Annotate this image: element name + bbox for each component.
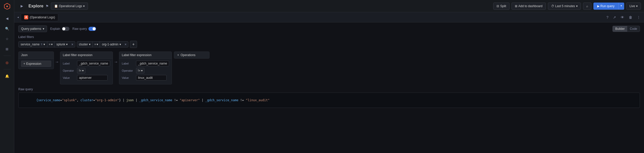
- time-range-selector[interactable]: ⏱ Last 5 minutes ▾: [548, 3, 581, 10]
- query-area: Query patterns ▾ Explain Raw query Build…: [14, 22, 644, 153]
- raw-query-toggle-group: Raw query: [72, 27, 96, 31]
- sidebar-item-search[interactable]: 🔍: [3, 24, 12, 33]
- query-patterns-chevron-icon: ▾: [43, 27, 44, 31]
- lfe1-label-row: Label _gdch_service_name: [63, 61, 110, 66]
- split-button[interactable]: ⊟ Split: [493, 3, 509, 10]
- search-icon: 🔍: [5, 27, 9, 31]
- code-button[interactable]: Code: [627, 26, 640, 32]
- split-label: Split: [500, 4, 506, 8]
- filter-chip-cluster: cluster ▾ = ▾ org-1-admin ▾ ×: [77, 41, 128, 47]
- pipeline-arrow-1: →: [54, 60, 60, 64]
- more-icon-btn[interactable]: ⋮: [635, 14, 642, 20]
- filter-close-service[interactable]: ×: [70, 42, 75, 47]
- tab-operational-logs[interactable]: A (Operational Logs): [21, 14, 58, 21]
- sidebar-item-alert[interactable]: 🔔: [3, 71, 12, 81]
- share-icon-btn[interactable]: ↗: [611, 14, 618, 20]
- add-filter-button[interactable]: +: [130, 41, 137, 48]
- op-chevron-icon: ▾: [51, 43, 53, 46]
- lfe1-op-select[interactable]: != ▾: [77, 68, 85, 73]
- lfe1-op-chevron-icon: ▾: [82, 69, 84, 72]
- trash-icon-btn[interactable]: 🗑: [627, 14, 634, 20]
- lfe2-op-txt: Operator: [122, 69, 134, 72]
- lfe2-op-select[interactable]: != ▾: [136, 68, 144, 73]
- filter-chip-op-cluster[interactable]: = ▾: [93, 42, 100, 47]
- lfe2-op-chevron-icon: ▾: [141, 69, 143, 72]
- lfe2-label-txt: Label: [122, 62, 134, 65]
- add-to-dashboard-button[interactable]: ⊞ Add to dashboard: [512, 3, 546, 10]
- run-query-dropdown[interactable]: ▾: [618, 3, 624, 10]
- lfe2-op-row: Operator != ▾: [122, 68, 169, 73]
- filter-chip-val-cluster[interactable]: org-1-admin ▾: [100, 42, 123, 47]
- explore-icon: ◎: [6, 61, 8, 65]
- raw-query-toggle[interactable]: [88, 27, 96, 31]
- lfe1-val-txt: Value: [63, 76, 76, 79]
- run-query-button[interactable]: ▶ Run query: [593, 3, 618, 10]
- lfe1-label-input[interactable]: _gdch_service_name: [77, 61, 110, 66]
- live-button[interactable]: Live ▾: [626, 3, 641, 10]
- operations-block: + Operations: [174, 52, 209, 59]
- page-title: Explore: [28, 4, 43, 8]
- lfe2-val-row: Value linux_audit: [122, 75, 169, 81]
- sidebar-item-apps[interactable]: ⊞: [3, 44, 12, 54]
- label-filters-title: Label filters: [18, 35, 640, 39]
- lfe-block-2-header: Label filter expression: [119, 52, 172, 59]
- zoom-button[interactable]: ⌕: [583, 3, 591, 10]
- expression-button[interactable]: + Expression: [21, 61, 51, 67]
- run-icon: ▶: [597, 4, 600, 8]
- label-filters-section: Label filters service_name ⠿ ▾ = ▾ splun…: [18, 35, 640, 48]
- expand-icon: ◀: [6, 17, 8, 20]
- sidebar-divider: [4, 56, 11, 56]
- explain-toggle[interactable]: [62, 27, 69, 31]
- filter-chip-op-service[interactable]: = ▾: [47, 42, 54, 47]
- builder-button[interactable]: Builder: [613, 26, 627, 32]
- lfe1-op-row: Operator != ▾: [63, 68, 110, 73]
- lfe-block-2-body: Label _gdch_service_name Operator != ▾ V…: [119, 59, 172, 84]
- topbar-expand-btn[interactable]: ▶: [17, 2, 26, 11]
- tab-arrow-left[interactable]: ◂: [16, 15, 20, 20]
- label-filters-row: service_name ⠿ ▾ = ▾ splunk ▾ ×: [18, 41, 640, 48]
- sidebar-item-expand[interactable]: ◀: [3, 14, 12, 23]
- datasource-label: Operational Logs: [59, 4, 82, 8]
- filter-chip-name-cluster[interactable]: cluster ▾: [77, 42, 93, 47]
- lfe1-val-input[interactable]: apiserver: [77, 75, 108, 81]
- filter-close-cluster[interactable]: ×: [123, 42, 128, 47]
- query-patterns-button[interactable]: Query patterns ▾: [18, 26, 47, 32]
- alert-icon: 🔔: [5, 74, 9, 78]
- sidebar-item-star[interactable]: ☆: [3, 34, 12, 43]
- lfe2-val-txt: Value: [122, 76, 134, 79]
- raw-query-section-label: Raw query: [18, 87, 640, 91]
- query-patterns-label: Query patterns: [21, 27, 41, 31]
- raw-query-label: Raw query: [72, 27, 87, 31]
- datasource-selector[interactable]: 📋 Operational Logs ▾: [51, 3, 88, 10]
- lfe2-label-row: Label _gdch_service_name: [122, 61, 169, 66]
- topbar-left: ▶ Explore ⚑ 📋 Operational Logs ▾: [17, 1, 491, 11]
- pipeline-row: Json + Expression → Label filter express…: [18, 52, 640, 84]
- plus-icon: +: [23, 62, 25, 66]
- topbar-actions: ⊟ Split ⊞ Add to dashboard ⏱ Last 5 minu…: [493, 3, 641, 10]
- filter-chip-val-service[interactable]: splunk ▾: [54, 42, 70, 47]
- lfe2-label-input[interactable]: _gdch_service_name: [136, 61, 169, 66]
- datasource-chevron-icon: ▾: [83, 4, 85, 8]
- time-range-chevron-icon: ▾: [576, 4, 578, 8]
- tab-icon: A: [24, 15, 28, 19]
- cluster-op-chevron-icon: ▾: [97, 43, 98, 46]
- datasource-icon: 📋: [54, 4, 58, 8]
- builder-code-toggle: Builder Code: [612, 26, 640, 32]
- tab-right-actions: ? ↗ 👁 🗑 ⋮: [605, 14, 642, 20]
- expression-label: Expression: [26, 62, 41, 66]
- tabs-bar: ◂ A (Operational Logs) ? ↗ 👁 🗑 ⋮: [14, 12, 644, 22]
- lfe1-label-txt: Label: [63, 62, 76, 65]
- filter-chip-name-service[interactable]: service_name ⠿ ▾: [19, 42, 47, 47]
- add-dashboard-label: Add to dashboard: [518, 4, 543, 8]
- lfe1-val-row: Value apiserver: [63, 75, 110, 81]
- operations-button[interactable]: + Operations: [174, 52, 209, 58]
- help-icon-btn[interactable]: ?: [605, 14, 610, 20]
- sidebar-item-explore[interactable]: ◎: [3, 58, 12, 67]
- lfe-block-1-body: Label _gdch_service_name Operator != ▾ V…: [60, 59, 113, 84]
- lfe2-val-input[interactable]: linux_audit: [136, 75, 167, 81]
- eye-icon-btn[interactable]: 👁: [619, 14, 626, 20]
- chevron-right-icon: ▶: [21, 4, 23, 8]
- dots-icon: ⠿: [41, 43, 42, 46]
- filter-chip-service-name: service_name ⠿ ▾ = ▾ splunk ▾ ×: [18, 41, 75, 47]
- ops-plus-icon: +: [177, 53, 179, 57]
